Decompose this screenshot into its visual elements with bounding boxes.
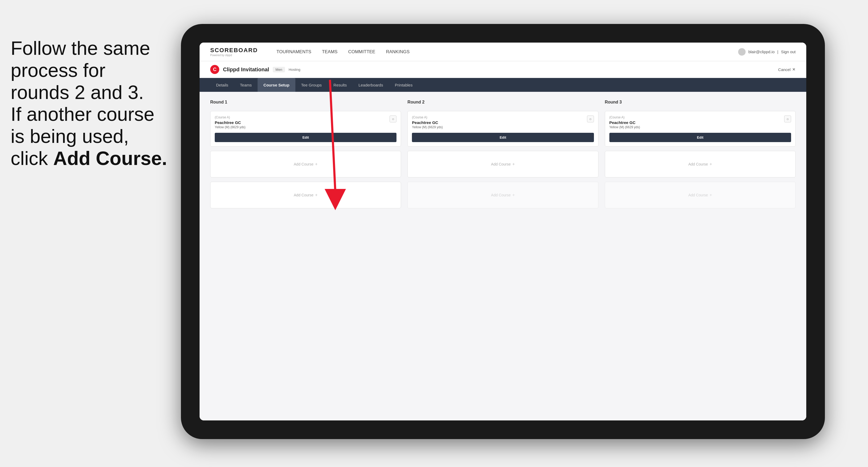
tablet-screen: SCOREBOARD Powered by clippd TOURNAMENTS… <box>199 42 806 421</box>
tournament-gender: Men <box>273 67 285 72</box>
round-3-add-course-text-2: Add Course + <box>688 193 712 197</box>
round-1-add-course-text-2: Add Course + <box>294 193 317 197</box>
tournament-title: Clippd Invitational <box>223 66 269 73</box>
add-course-label: Add Course <box>294 162 313 166</box>
plus-icon-r3-2: + <box>710 193 712 197</box>
cancel-button[interactable]: Cancel ✕ <box>778 67 796 72</box>
round-3-course-name: Peachtree GC <box>609 120 784 125</box>
round-2-edit-button[interactable]: Edit <box>412 133 594 142</box>
round-1-edit-button[interactable]: Edit <box>215 133 397 142</box>
round-3-course-info: (Course A) Peachtree GC Yellow (M) (6629… <box>609 116 784 133</box>
add-course-label-r2-1: Add Course <box>491 162 510 166</box>
round-3-label: Round 3 <box>605 100 796 104</box>
round-2-add-course-text-1: Add Course + <box>491 162 515 166</box>
plus-icon-r2-1: + <box>512 162 515 166</box>
round-1-label: Round 1 <box>210 100 401 104</box>
nav-committee[interactable]: COMMITTEE <box>348 48 375 56</box>
nav-tournaments[interactable]: TOURNAMENTS <box>276 48 311 56</box>
round-1-add-course-1[interactable]: Add Course + <box>210 151 401 178</box>
round-2-course-card: (Course A) Peachtree GC Yellow (M) (6629… <box>407 111 598 147</box>
round-3-edit-button[interactable]: Edit <box>609 133 791 142</box>
instruction-bold: Add Course. <box>53 148 167 169</box>
add-course-label-r3-1: Add Course <box>688 162 708 166</box>
tab-course-setup[interactable]: Course Setup <box>257 78 296 92</box>
nav-right: blair@clippd.io | Sign out <box>738 48 796 56</box>
top-navigation: SCOREBOARD Powered by clippd TOURNAMENTS… <box>199 42 806 61</box>
tab-tee-groups[interactable]: Tee Groups <box>296 78 328 92</box>
nav-rankings[interactable]: RANKINGS <box>386 48 409 56</box>
plus-icon-2: + <box>315 193 317 197</box>
sign-out-link[interactable]: Sign out <box>781 50 796 54</box>
plus-icon: + <box>315 162 317 166</box>
nav-teams[interactable]: TEAMS <box>322 48 338 56</box>
logo-area: SCOREBOARD Powered by clippd <box>210 47 258 57</box>
tabs-bar: Details Teams Course Setup Tee Groups Re… <box>199 78 806 92</box>
round-1-course-details: Yellow (M) (6629 yds) <box>215 125 390 129</box>
round-3-add-course-1[interactable]: Add Course + <box>605 151 796 178</box>
round-1-add-course-text-1: Add Course + <box>294 162 317 166</box>
tab-leaderboards[interactable]: Leaderboards <box>352 78 389 92</box>
nav-separator: | <box>777 50 778 54</box>
round-2-course-info: (Course A) Peachtree GC Yellow (M) (6629… <box>412 116 587 133</box>
round-1-course-name: Peachtree GC <box>215 120 390 125</box>
user-email: blair@clippd.io <box>748 50 775 54</box>
round-2-column: Round 2 (Course A) Peachtree GC Yellow (… <box>407 100 598 208</box>
round-1-remove-button[interactable]: ○ <box>390 116 397 122</box>
cancel-icon: ✕ <box>792 67 796 72</box>
add-course-label-r2-2: Add Course <box>491 193 510 197</box>
tournament-info: C Clippd Invitational Men Hosting <box>210 65 301 74</box>
round-2-add-course-1[interactable]: Add Course + <box>407 151 598 178</box>
add-course-label-2: Add Course <box>294 193 313 197</box>
round-1-course-label: (Course A) <box>215 116 390 119</box>
round-3-add-course-2[interactable]: Add Course + <box>605 182 796 208</box>
instruction-text: Follow the same process for rounds 2 and… <box>11 37 167 169</box>
user-avatar <box>738 48 746 56</box>
tab-details[interactable]: Details <box>210 78 234 92</box>
clippd-logo: C <box>210 65 219 74</box>
plus-icon-r3-1: + <box>710 162 712 166</box>
round-2-add-course-2[interactable]: Add Course + <box>407 182 598 208</box>
logo-powered: Powered by clippd <box>210 54 258 57</box>
plus-icon-r2-2: + <box>512 193 515 197</box>
round-3-remove-button[interactable]: ○ <box>784 116 791 122</box>
round-2-course-name: Peachtree GC <box>412 120 587 125</box>
round-2-course-details: Yellow (M) (6629 yds) <box>412 125 587 129</box>
round-3-add-course-text-1: Add Course + <box>688 162 712 166</box>
hosting-badge: Hosting <box>289 68 301 71</box>
tab-printables[interactable]: Printables <box>389 78 418 92</box>
round-1-column: Round 1 (Course A) Peachtree GC Yellow (… <box>210 100 401 208</box>
round-1-course-info: (Course A) Peachtree GC Yellow (M) (6629… <box>215 116 390 133</box>
round-2-course-label: (Course A) <box>412 116 587 119</box>
rounds-grid: Round 1 (Course A) Peachtree GC Yellow (… <box>210 100 796 208</box>
round-1-course-card: (Course A) Peachtree GC Yellow (M) (6629… <box>210 111 401 147</box>
logo-scoreboard: SCOREBOARD <box>210 47 258 54</box>
tablet-device: SCOREBOARD Powered by clippd TOURNAMENTS… <box>181 24 825 439</box>
round-3-course-details: Yellow (M) (6629 yds) <box>609 125 784 129</box>
round-2-label: Round 2 <box>407 100 598 104</box>
tab-teams[interactable]: Teams <box>234 78 257 92</box>
round-3-course-card: (Course A) Peachtree GC Yellow (M) (6629… <box>605 111 796 147</box>
add-course-label-r3-2: Add Course <box>688 193 708 197</box>
nav-links: TOURNAMENTS TEAMS COMMITTEE RANKINGS <box>276 48 725 56</box>
round-3-column: Round 3 (Course A) Peachtree GC Yellow (… <box>605 100 796 208</box>
round-1-add-course-2[interactable]: Add Course + <box>210 182 401 208</box>
sub-header: C Clippd Invitational Men Hosting Cancel… <box>199 61 806 78</box>
round-2-remove-button[interactable]: ○ <box>587 116 594 122</box>
round-2-add-course-text-2: Add Course + <box>491 193 515 197</box>
tab-results[interactable]: Results <box>328 78 352 92</box>
instruction-panel: Follow the same process for rounds 2 and… <box>0 37 192 169</box>
main-content: Round 1 (Course A) Peachtree GC Yellow (… <box>199 92 806 421</box>
round-3-course-label: (Course A) <box>609 116 784 119</box>
